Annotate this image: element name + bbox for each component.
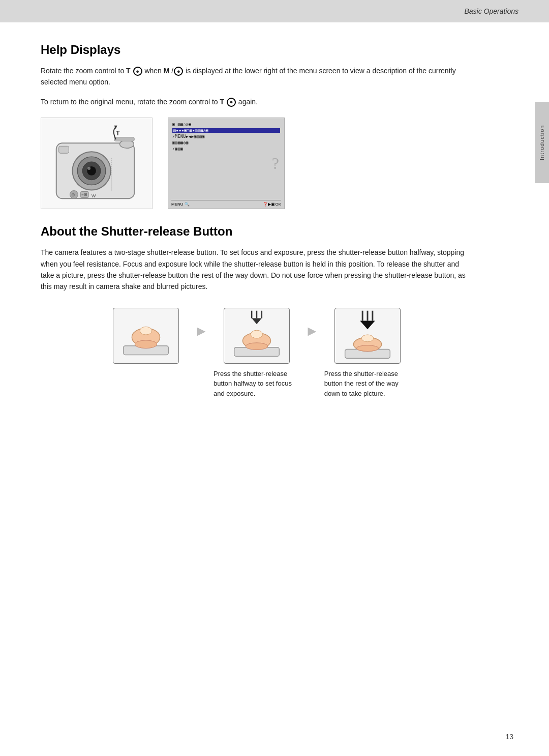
menu-line-5: ⚡▣▤▣ bbox=[172, 147, 280, 151]
svg-point-5 bbox=[87, 167, 90, 170]
svg-text:W: W bbox=[92, 194, 96, 199]
menu-footer: MENU 🔍 ❓▶▣OK bbox=[171, 200, 281, 207]
shutter-svg-0 bbox=[113, 308, 178, 364]
shutter-caption-2: Press the shutter-release button the res… bbox=[324, 369, 411, 399]
shutter-img-2 bbox=[334, 308, 401, 364]
svg-point-28 bbox=[251, 330, 263, 338]
svg-rect-6 bbox=[59, 146, 69, 153]
shutter-title: About the Shutter-release Button bbox=[41, 224, 473, 239]
header-title: Basic Operations bbox=[464, 7, 518, 15]
svg-text:≡⊞: ≡⊞ bbox=[81, 193, 87, 197]
shutter-section: About the Shutter-release Button The cam… bbox=[41, 224, 473, 398]
header-bar: Basic Operations bbox=[0, 0, 549, 22]
shutter-step-0 bbox=[103, 308, 189, 369]
page-number: 13 bbox=[505, 733, 513, 741]
camera-svg: T ⊕ ≡⊞ W bbox=[41, 118, 152, 209]
arrow-2: ► bbox=[305, 323, 319, 339]
menu-line-2: ▧▪▪▪▣◫▦▪▤▧▩◎▣ bbox=[172, 128, 280, 133]
main-content: Help Displays Rotate the zoom control to… bbox=[0, 22, 518, 439]
svg-point-19 bbox=[135, 340, 157, 348]
svg-point-27 bbox=[246, 343, 267, 350]
shutter-svg-1 bbox=[224, 308, 289, 364]
shutter-step-2: Press the shutter-release button the res… bbox=[324, 308, 411, 399]
shutter-images-container: ► bbox=[41, 308, 473, 399]
arrow-1: ► bbox=[194, 323, 208, 339]
menu-line-1: ▣ ▧▩◌◎▣ bbox=[172, 122, 280, 127]
shutter-img-0 bbox=[113, 308, 179, 364]
shutter-img-1 bbox=[224, 308, 290, 364]
help-paragraph-2: To return to the original menu, rotate t… bbox=[41, 96, 473, 107]
shutter-body: The camera features a two-stage shutter-… bbox=[41, 247, 473, 293]
help-paragraph-1: Rotate the zoom control to T ● when M /●… bbox=[41, 65, 473, 88]
svg-point-36 bbox=[361, 335, 374, 342]
svg-marker-32 bbox=[360, 321, 375, 329]
shutter-step-1: Press the shutter-release button halfway… bbox=[214, 308, 300, 399]
svg-point-20 bbox=[140, 327, 152, 335]
help-displays-title: Help Displays bbox=[41, 43, 473, 57]
page: Basic Operations Introduction Help Displ… bbox=[0, 0, 549, 756]
menu-line-4: ▣▤▣▩◎▣ bbox=[172, 140, 280, 145]
svg-rect-8 bbox=[114, 137, 135, 141]
help-images-container: T ⊕ ≡⊞ W ▣ ▧▩◌◎▣ ▧▪▪▪▣◫▦ bbox=[41, 118, 473, 209]
svg-point-35 bbox=[356, 345, 378, 351]
camera-illustration: T ⊕ ≡⊞ W bbox=[41, 118, 152, 209]
side-tab: Introduction bbox=[535, 102, 549, 183]
shutter-caption-1: Press the shutter-release button halfway… bbox=[214, 369, 300, 399]
shutter-svg-2 bbox=[335, 308, 400, 364]
question-mark-overlay: ? bbox=[272, 154, 279, 173]
menu-line-3: ⚡MENU▶◀▶▣▤▧▣ bbox=[172, 134, 280, 139]
svg-marker-24 bbox=[252, 318, 262, 324]
svg-text:⊕: ⊕ bbox=[71, 193, 75, 198]
svg-text:T: T bbox=[116, 130, 120, 137]
menu-screenshot: ▣ ▧▩◌◎▣ ▧▪▪▪▣◫▦▪▤▧▩◎▣ ⚡MENU▶◀▶▣▤▧▣ ▣▤▣▩◎… bbox=[168, 118, 285, 209]
